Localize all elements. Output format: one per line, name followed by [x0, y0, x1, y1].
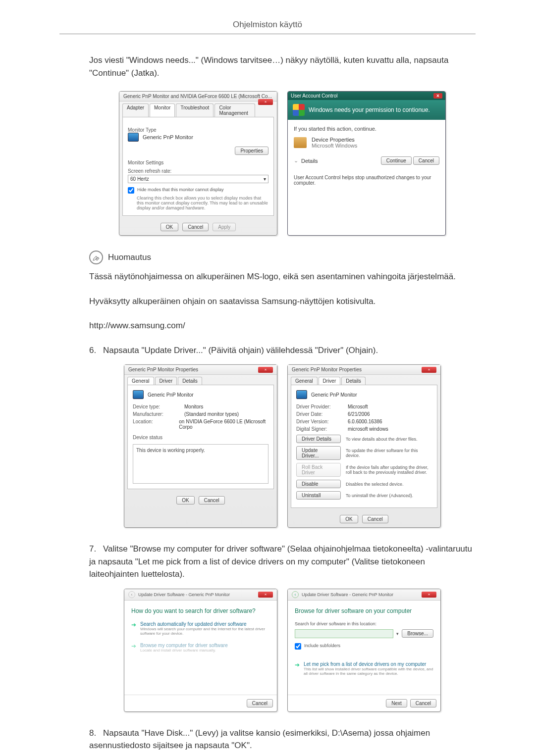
uac-title-text: User Account Control: [291, 93, 338, 99]
back-icon[interactable]: ‹: [292, 591, 299, 598]
monitor-settings-label: Monitor Settings: [128, 160, 268, 165]
properties-button[interactable]: Properties: [235, 147, 268, 155]
location-input[interactable]: [295, 629, 393, 638]
wizard-option-auto[interactable]: ➔ Search automatically for updated drive…: [131, 621, 270, 636]
cancel-button[interactable]: Cancel: [362, 515, 388, 523]
shield-icon: [293, 104, 305, 116]
version-v: 6.0.6000.16386: [348, 419, 382, 424]
signer-k: Digital Signer:: [296, 426, 341, 432]
tab-adapter[interactable]: Adapter: [122, 103, 149, 117]
tab-driver[interactable]: Driver: [155, 377, 177, 385]
note-icon: [89, 251, 103, 264]
device-status-box: This device is working properly.: [133, 444, 268, 484]
uninstall-button[interactable]: Uninstall: [296, 491, 341, 500]
next-button[interactable]: Next: [386, 699, 407, 707]
opt-browse-sub: Locate and install driver software manua…: [140, 648, 228, 653]
close-icon[interactable]: ×: [433, 93, 442, 99]
device-properties-icon: [294, 137, 307, 148]
monitor-icon: [133, 390, 144, 399]
screenshot-row-1: Generic PnP Monitor and NVIDIA GeForce 6…: [89, 91, 476, 236]
wizard-browse: ‹ Update Driver Software - Generic PnP M…: [287, 589, 441, 712]
back-icon[interactable]: ‹: [128, 591, 135, 598]
screenshot-row-3: ‹ Update Driver Software - Generic PnP M…: [89, 589, 476, 712]
tab-color[interactable]: Color Management: [214, 103, 255, 117]
location-v: on NVIDIA GeForce 6600 LE (Microsoft Cor…: [179, 419, 268, 430]
wizard-option-pick[interactable]: ➔ Let me pick from a list of device driv…: [295, 661, 433, 676]
chevron-down-icon[interactable]: ⌄: [294, 157, 298, 164]
tab-general[interactable]: General: [127, 377, 154, 385]
tab-details[interactable]: Details: [178, 377, 202, 385]
date-k: Driver Date:: [296, 411, 341, 417]
browse-button[interactable]: Browse...: [402, 629, 433, 638]
device-name: Generic PnP Monitor: [148, 392, 194, 398]
step-6-text: Napsauta "Update Driver..." (Päivitä ohj…: [103, 346, 378, 355]
uac-details-label[interactable]: Details: [301, 158, 318, 164]
tab-details[interactable]: Details: [341, 377, 366, 385]
breadcrumb: Update Driver Software - Generic PnP Mon…: [138, 592, 230, 597]
hide-modes-note: Clearing this check box allows you to se…: [137, 196, 268, 210]
update-driver-desc: To update the driver software for this d…: [346, 448, 432, 458]
include-subfolders-checkbox[interactable]: [295, 643, 301, 650]
refresh-label: Screen refresh rate:: [128, 168, 268, 174]
manufacturer-k: Manufacturer:: [133, 411, 177, 417]
cancel-button[interactable]: Cancel: [199, 496, 225, 504]
ok-button[interactable]: OK: [160, 223, 178, 231]
tab-general[interactable]: General: [291, 377, 318, 385]
devicetype-k: Device type:: [133, 404, 177, 409]
tab-monitor[interactable]: Monitor: [150, 103, 175, 117]
dialog-tabs: Adapter Monitor Troubleshoot Color Manag…: [119, 101, 258, 117]
cancel-button[interactable]: Cancel: [413, 156, 439, 165]
chevron-down-icon[interactable]: ▾: [396, 631, 399, 636]
title-text: Generic PnP Monitor Properties: [128, 367, 198, 372]
search-label: Search for driver software in this locat…: [295, 621, 433, 626]
intro-paragraph: Jos viesti "Windows needs..." (Windows t…: [89, 54, 476, 79]
chevron-down-icon: ▾: [264, 176, 266, 182]
wizard-heading: Browse for driver software on your compu…: [295, 607, 433, 614]
location-k: Location:: [133, 419, 172, 430]
uac-prop-name: Device Properties: [312, 137, 357, 143]
driver-details-button[interactable]: Driver Details: [296, 435, 341, 443]
close-icon[interactable]: ×: [422, 592, 436, 598]
opt-auto-sub: Windows will search your computer and th…: [140, 627, 270, 636]
close-icon[interactable]: ×: [258, 592, 273, 598]
disable-desc: Disables the selected device.: [346, 482, 432, 487]
rollback-driver-button[interactable]: Roll Back Driver: [296, 463, 341, 477]
close-icon[interactable]: ×: [258, 99, 273, 105]
opt-auto-title: Search automatically for updated driver …: [140, 621, 270, 627]
cancel-button[interactable]: Cancel: [410, 699, 436, 707]
dialog-content: Monitor Type Generic PnP Monitor Propert…: [122, 117, 274, 216]
wizard-header: ‹ Update Driver Software - Generic PnP M…: [124, 589, 277, 601]
device-status-label: Device status: [133, 435, 268, 440]
version-k: Driver Version:: [296, 419, 341, 424]
refresh-select[interactable]: 60 Hertz ▾: [128, 175, 268, 183]
cancel-button[interactable]: Cancel: [247, 699, 273, 707]
uac-prop-vendor: Microsoft Windows: [312, 143, 357, 149]
prop-general-title: Generic PnP Monitor Properties ×: [124, 365, 277, 375]
uac-dialog: User Account Control × Windows needs you…: [287, 91, 446, 236]
ok-button[interactable]: OK: [340, 515, 358, 523]
include-subfolders-label: Include subfolders: [304, 643, 340, 648]
opt-browse-title: Browse my computer for driver software: [140, 643, 228, 648]
close-icon[interactable]: ×: [258, 367, 273, 373]
tab-troubleshoot[interactable]: Troubleshoot: [176, 103, 214, 117]
uac-prop-row: Device Properties Microsoft Windows: [294, 137, 439, 149]
update-driver-button[interactable]: Update Driver...: [296, 446, 341, 460]
close-icon[interactable]: ×: [422, 367, 436, 373]
ok-button[interactable]: OK: [176, 496, 194, 504]
uac-banner-text: Windows needs your permission to contion…: [309, 106, 430, 113]
step-8: 8.Napsauta "Have Disk..." (Levy) ja vali…: [89, 727, 476, 752]
wizard-option-browse[interactable]: ➔ Browse my computer for driver software…: [131, 643, 270, 653]
page-header-title: Ohjelmiston käyttö: [59, 20, 476, 30]
tab-driver[interactable]: Driver: [319, 377, 341, 385]
uninstall-desc: To uninstall the driver (Advanced).: [346, 493, 432, 498]
apply-button[interactable]: Apply: [213, 223, 236, 231]
continue-button[interactable]: Continue: [381, 156, 412, 165]
hide-modes-checkbox[interactable]: [128, 187, 134, 194]
disable-button[interactable]: Disable: [296, 480, 341, 488]
cancel-button[interactable]: Cancel: [182, 223, 209, 231]
title-text: Generic PnP Monitor and NVIDIA GeForce 6…: [123, 94, 272, 99]
step-7-text: Valitse "Browse my computer for driver s…: [89, 544, 472, 579]
properties-dialog-driver: Generic PnP Monitor Properties × General…: [287, 364, 441, 528]
signer-v: microsoft windows: [348, 426, 388, 432]
refresh-value: 60 Hertz: [130, 176, 149, 182]
